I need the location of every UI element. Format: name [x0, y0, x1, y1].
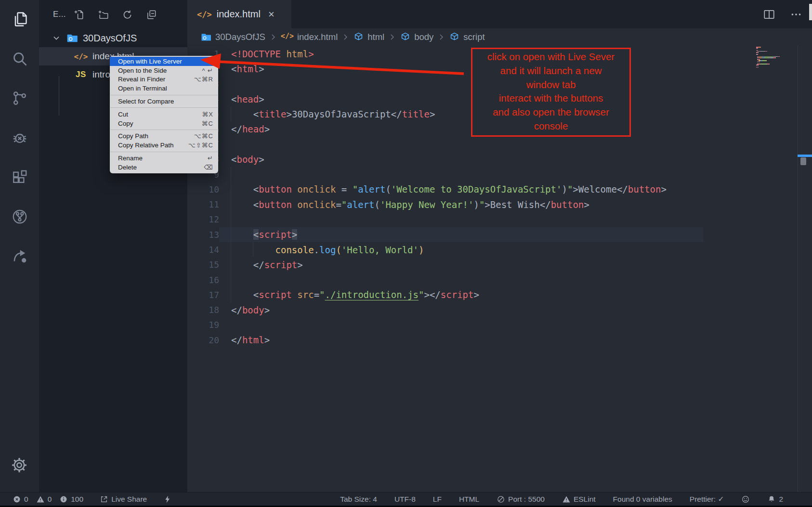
breadcrumb-item-30DaysOfJS[interactable]: 30DaysOfJS [201, 32, 265, 43]
html-file-icon: </> [197, 10, 212, 19]
breadcrumb-item-index.html[interactable]: </>index.html [281, 32, 338, 43]
code-line-17[interactable]: 17 <script src="./introduction.js"></scr… [187, 287, 812, 302]
menu-item-copy-path[interactable]: Copy Path⌥⌘C [110, 132, 218, 141]
menu-item-label: Reveal in Finder [118, 76, 165, 83]
code-line-20[interactable]: 20</html> [187, 333, 812, 348]
chevron-right-icon [436, 32, 446, 42]
error-icon [13, 495, 21, 504]
info-count[interactable]: 100 [59, 495, 83, 504]
line-content: <script src="./introduction.js"></script… [231, 289, 479, 300]
more-actions-icon[interactable] [790, 8, 802, 21]
run-debug-icon[interactable] [11, 129, 28, 146]
menu-item-label: Open with Live Server [118, 58, 182, 65]
menu-item-label: Delete [118, 164, 137, 171]
status-text: Found 0 variables [613, 495, 672, 504]
tab-index-html[interactable]: </> index.html × [187, 0, 291, 28]
annotation-line: console [472, 119, 629, 133]
eol-indicator[interactable]: LF [433, 495, 442, 504]
code-line-9[interactable]: 9 [187, 167, 812, 182]
close-icon[interactable]: × [268, 9, 275, 20]
breadcrumb-label: index.html [297, 32, 338, 42]
port-indicator[interactable]: Port : 5500 [497, 495, 545, 504]
menu-item-rename[interactable]: Rename↵ [110, 154, 218, 163]
code-line-8[interactable]: 8<body> [187, 152, 812, 167]
code-line-10[interactable]: 10 <button onclick = "alert('Welcome to … [187, 182, 812, 197]
refresh-explorer-icon[interactable] [122, 9, 133, 20]
explorer-icon[interactable] [11, 11, 28, 28]
bolt-button[interactable] [163, 495, 172, 504]
tree-root-folder[interactable]: 30DaysOfJS [39, 29, 187, 47]
variables-indicator[interactable]: Found 0 variables [613, 495, 672, 504]
code-line-14[interactable]: 14 console.log('Hello, World') [187, 242, 812, 257]
line-number: 10 [187, 184, 219, 195]
menu-item-shortcut: ^ ↵ [202, 67, 213, 74]
breadcrumb-item-html[interactable]: html [353, 32, 384, 43]
code-line-13[interactable]: 13 <script> [187, 227, 812, 242]
menu-item-cut[interactable]: Cut⌘X [110, 110, 218, 119]
annotation-box: click on open with Live Severand it will… [471, 48, 631, 137]
activity-bar [0, 0, 39, 492]
chevron-right-icon [268, 32, 278, 42]
status-text: HTML [459, 495, 479, 504]
smiley-icon [741, 495, 750, 504]
gitlens-icon[interactable] [11, 208, 28, 225]
new-folder-icon[interactable] [98, 9, 109, 20]
line-number: 12 [187, 214, 219, 224]
menu-item-open-with-live-server[interactable]: Open with Live Server [110, 57, 218, 66]
menu-item-delete[interactable]: Delete⌫ [110, 163, 218, 172]
folder-icon [201, 32, 212, 43]
settings-gear-icon[interactable] [11, 456, 28, 474]
menu-item-shortcut: ⌫ [204, 164, 213, 171]
cube-icon [400, 32, 411, 43]
line-number: 14 [187, 245, 219, 255]
errors-count[interactable]: 0 [13, 495, 28, 504]
source-control-icon[interactable] [11, 90, 28, 107]
breadcrumb-label: html [367, 32, 384, 42]
collapse-folders-icon[interactable] [146, 9, 157, 20]
menu-item-reveal-in-finder[interactable]: Reveal in Finder⌥⌘R [110, 75, 218, 84]
breadcrumb: 30DaysOfJS</>index.htmlhtmlbodyscript [187, 28, 812, 46]
overview-ruler [798, 46, 812, 492]
prettier-indicator[interactable]: Prettier: ✓ [690, 495, 724, 504]
status-text: Port : 5500 [508, 495, 545, 504]
code-line-18[interactable]: 18</body> [187, 302, 812, 317]
feedback-smiley[interactable] [741, 495, 750, 504]
breadcrumb-item-script[interactable]: script [449, 32, 485, 43]
breadcrumb-item-body[interactable]: body [400, 32, 433, 43]
eslint-indicator[interactable]: ESLint [562, 495, 596, 504]
split-editor-icon[interactable] [763, 8, 775, 21]
notifications-bell[interactable]: 2 [767, 495, 783, 504]
line-content: console.log('Hello, World') [231, 245, 424, 255]
encoding-indicator[interactable]: UTF-8 [394, 495, 416, 504]
html-file-icon: </> [73, 52, 89, 61]
live-share-icon[interactable] [11, 247, 28, 265]
menu-item-copy-relative-path[interactable]: Copy Relative Path⌥⇧⌘C [110, 141, 218, 150]
menu-item-select-for-compare[interactable]: Select for Compare [110, 97, 218, 106]
annotation-line: and it will launch a new [472, 64, 629, 78]
search-icon[interactable] [11, 50, 28, 67]
language-mode[interactable]: HTML [459, 495, 479, 504]
line-content: </body> [231, 305, 270, 315]
code-line-7[interactable]: 7 [187, 137, 812, 152]
scrollbar-thumb[interactable] [800, 157, 806, 165]
code-line-19[interactable]: 19 [187, 317, 812, 332]
tab-size-indicator[interactable]: Tab Size: 4 [340, 495, 377, 504]
annotation-line: interact with the buttons [472, 91, 629, 105]
code-line-15[interactable]: 15 </script> [187, 257, 812, 272]
code-line-12[interactable]: 12 [187, 212, 812, 227]
extensions-icon[interactable] [11, 169, 28, 186]
warnings-count[interactable]: 0 [36, 495, 52, 504]
menu-item-shortcut: ⌥⌘C [194, 132, 213, 140]
line-number: 19 [187, 320, 219, 330]
menu-item-open-to-the-side[interactable]: Open to the Side^ ↵ [110, 66, 218, 75]
new-file-icon[interactable] [74, 9, 85, 20]
chevron-down-icon[interactable] [52, 33, 61, 43]
code-line-11[interactable]: 11 <button onclick="alert('Happy New Yea… [187, 197, 812, 212]
code-line-16[interactable]: 16 [187, 272, 812, 287]
status-text: UTF-8 [394, 495, 416, 504]
menu-item-copy[interactable]: Copy⌘C [110, 119, 218, 128]
live-share-button[interactable]: Live Share [100, 495, 147, 504]
menu-item-open-in-terminal[interactable]: Open in Terminal [110, 84, 218, 93]
minimap[interactable] [756, 47, 799, 68]
line-number: 11 [187, 199, 219, 209]
